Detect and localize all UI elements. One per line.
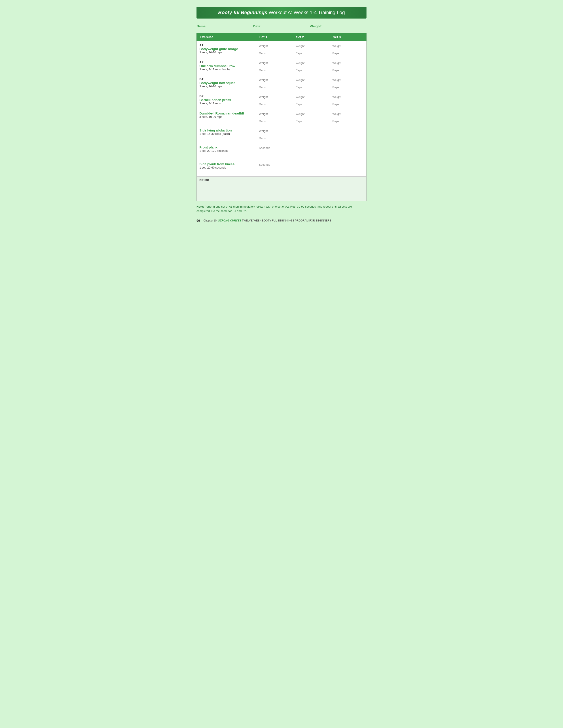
exercise-sets-a2: 3 sets, 8-12 reps (each) — [199, 68, 253, 71]
table-row: Front plank 1 set, 20-120 seconds Second… — [197, 143, 367, 160]
footer: 96 Chapter 10: STRONG CURVES TWELVE-WEEK… — [196, 217, 367, 222]
date-underline[interactable] — [263, 24, 310, 28]
exercise-cell-b1: B1: Bodyweight box squat 3 sets, 10-20 r… — [197, 75, 256, 92]
exercise-cell-d: Side lying abduction 1 set, 15-30 reps (… — [197, 126, 256, 143]
table-header-row: Exercise Set 1 Set 2 Set 3 — [197, 33, 367, 41]
table-row: Dumbbell Romanian deadlift 3 sets, 10-20… — [197, 109, 367, 126]
table-row: B1: Bodyweight box squat 3 sets, 10-20 r… — [197, 75, 367, 92]
exercise-name-a1: Bodyweight glute bridge — [199, 47, 253, 51]
exercise-cell-c: Dumbbell Romanian deadlift 3 sets, 10-20… — [197, 109, 256, 126]
set3-b2: Weight Reps — [330, 92, 366, 109]
set1-b2: Weight Reps — [256, 92, 293, 109]
exercise-sets-a1: 3 sets, 10-20 reps — [199, 51, 253, 54]
set2-d — [293, 126, 330, 143]
set2-a2: Weight Reps — [293, 58, 330, 75]
set2-c: Weight Reps — [293, 109, 330, 126]
notes-space-s3[interactable] — [330, 177, 366, 201]
table-row: Side lying abduction 1 set, 15-30 reps (… — [197, 126, 367, 143]
form-row: Name: Date: Weight: — [196, 24, 367, 28]
workout-table: Exercise Set 1 Set 2 Set 3 A1: Bodyweigh… — [196, 33, 367, 201]
exercise-cell-b2: B2: Barbell bench press 3 sets, 8-12 rep… — [197, 92, 256, 109]
weight-a1-s3: Weight — [333, 43, 364, 48]
set3-e — [330, 143, 366, 160]
col-set2: Set 2 — [293, 33, 330, 41]
set1-c: Weight Reps — [256, 109, 293, 126]
notes-label-cell: Notes: — [197, 177, 256, 201]
set2-f — [293, 160, 330, 177]
footer-chapter-italic: STRONG CURVES — [218, 219, 241, 222]
name-underline[interactable] — [208, 24, 253, 28]
footer-page: 96 — [196, 219, 200, 222]
reps-a1-s2: Reps — [296, 52, 327, 57]
set3-d — [330, 126, 366, 143]
exercise-name-a2: One arm dumbbell row — [199, 64, 253, 68]
set1-f: Seconds — [256, 160, 293, 177]
footer-chapter-prefix: Chapter 10: — [203, 219, 218, 222]
set3-f — [330, 160, 366, 177]
weight-underline[interactable] — [324, 24, 367, 28]
set2-a1: Weight Reps — [293, 41, 330, 58]
reps-a1-s1: Reps — [259, 52, 290, 57]
set1-b1: Weight Reps — [256, 75, 293, 92]
header-title-rest: Workout A: Weeks 1-4 Training Log — [267, 10, 345, 15]
notes-space-s1[interactable] — [256, 177, 293, 201]
exercise-label-a1: A1: — [199, 43, 253, 47]
header-bar: Booty-ful Beginnings Workout A: Weeks 1-… — [196, 7, 367, 19]
header-title-bold: Booty-ful Beginnings — [218, 10, 267, 15]
reps-a1-s3: Reps — [333, 52, 364, 57]
exercise-label-a2: A2: — [199, 60, 253, 64]
exercise-cell-f: Side plank from knees 1 set, 20-60 secon… — [197, 160, 256, 177]
exercise-cell-a2: A2: One arm dumbbell row 3 sets, 8-12 re… — [197, 58, 256, 75]
set2-b1: Weight Reps — [293, 75, 330, 92]
table-row: B2: Barbell bench press 3 sets, 8-12 rep… — [197, 92, 367, 109]
table-row: A1: Bodyweight glute bridge 3 sets, 10-2… — [197, 41, 367, 58]
date-field: Date: — [253, 24, 310, 28]
exercise-cell-e: Front plank 1 set, 20-120 seconds — [197, 143, 256, 160]
footer-chapter-rest: TWELVE-WEEK BOOTY-FUL BEGINNINGS PROGRAM… — [241, 219, 331, 222]
name-label: Name: — [196, 24, 207, 28]
note-label: Note: — [196, 205, 204, 208]
col-set3: Set 3 — [330, 33, 366, 41]
set3-c: Weight Reps — [330, 109, 366, 126]
notes-space-s2[interactable] — [293, 177, 330, 201]
weight-field: Weight: — [310, 24, 367, 28]
col-set1: Set 1 — [256, 33, 293, 41]
footer-chapter: Chapter 10: STRONG CURVES TWELVE-WEEK BO… — [203, 219, 332, 222]
date-label: Date: — [253, 24, 261, 28]
weight-a1-s2: Weight — [296, 43, 327, 48]
set3-a2: Weight Reps — [330, 58, 366, 75]
exercise-cell-a1: A1: Bodyweight glute bridge 3 sets, 10-2… — [197, 41, 256, 58]
set1-a2: Weight Reps — [256, 58, 293, 75]
set1-d: Weight Reps — [256, 126, 293, 143]
set1-e: Seconds — [256, 143, 293, 160]
set2-e — [293, 143, 330, 160]
col-exercise: Exercise — [197, 33, 256, 41]
set1-a1: Weight Reps — [256, 41, 293, 58]
table-row: A2: One arm dumbbell row 3 sets, 8-12 re… — [197, 58, 367, 75]
set3-a1: Weight Reps — [330, 41, 366, 58]
note-paragraph: Note: Perform one set of A1 then immedia… — [196, 205, 367, 213]
table-row: Side plank from knees 1 set, 20-60 secon… — [197, 160, 367, 177]
note-text: Perform one set of A1 then immediately f… — [196, 205, 352, 213]
set2-b2: Weight Reps — [293, 92, 330, 109]
name-field: Name: — [196, 24, 253, 28]
weight-a1-s1: Weight — [259, 43, 290, 48]
notes-row: Notes: — [197, 177, 367, 201]
weight-label: Weight: — [310, 24, 322, 28]
set3-b1: Weight Reps — [330, 75, 366, 92]
